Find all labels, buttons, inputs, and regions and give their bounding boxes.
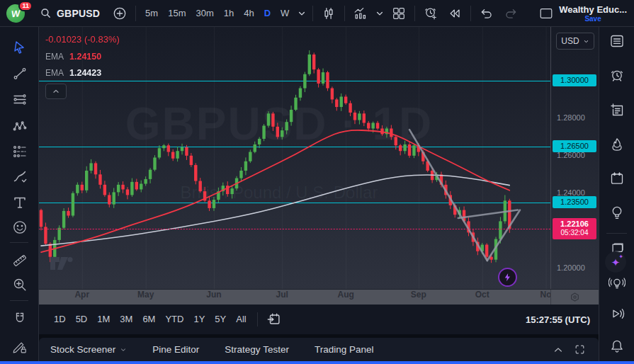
time-axis-labels: AprMayJunJulAugSepOctNo: [39, 290, 550, 305]
indicators-chevron-down-icon[interactable]: [373, 0, 386, 27]
footer-bar: Stock ScreenerPine EditorStrategy Tester…: [39, 338, 599, 361]
brush-tool-icon[interactable]: [10, 167, 30, 187]
footer-tab-label: Pine Editor: [152, 344, 199, 355]
currency-label: USD: [561, 36, 579, 46]
month-label-jun: Jun: [206, 290, 221, 305]
range-1d[interactable]: 1D: [49, 310, 71, 329]
go-to-date-icon[interactable]: [264, 310, 285, 329]
month-label-sep: Sep: [411, 290, 426, 305]
range-ytd[interactable]: YTD: [160, 310, 188, 329]
cursor-tool-icon[interactable]: [10, 38, 30, 57]
interval-1h[interactable]: 1h: [219, 0, 239, 27]
lock-drawings-tool-icon[interactable]: [10, 337, 30, 357]
redo-icon[interactable]: [499, 0, 522, 27]
streams-icon[interactable]: [608, 305, 625, 322]
magnet-tool-icon[interactable]: [10, 309, 30, 329]
range-1m[interactable]: 1M: [92, 310, 115, 329]
level-price-label-1.23500: 1.23500: [553, 196, 596, 208]
price-axis[interactable]: USD 1.280001.260001.240001.200001.300001…: [550, 27, 599, 289]
ideas-notes-icon[interactable]: [608, 102, 625, 119]
trend-line-tool-icon[interactable]: [10, 64, 30, 84]
month-label-may: May: [137, 290, 154, 305]
interval-4h[interactable]: 4h: [239, 0, 259, 27]
level-price-label-1.30000: 1.30000: [553, 74, 596, 86]
price-change: -0.01023 (-0.83%): [45, 31, 120, 48]
clock-utc[interactable]: 15:27:55 (UTC): [526, 314, 591, 325]
footer-tab-pine-editor[interactable]: Pine Editor: [152, 344, 199, 355]
footer-tab-label: Stock Screener: [50, 344, 115, 355]
bolt-widget-badge[interactable]: [498, 268, 517, 287]
fullscreen-icon[interactable]: [569, 339, 590, 360]
drawing-toolbar: [0, 27, 39, 361]
toolbar-divider: [470, 6, 471, 21]
calendar-icon[interactable]: [608, 170, 625, 187]
ruler-tool-icon[interactable]: [10, 251, 30, 271]
interval-w[interactable]: W: [276, 0, 294, 27]
symbol-search-button[interactable]: GBPUSD: [31, 0, 107, 27]
range-6m[interactable]: 6M: [137, 310, 160, 329]
currency-selector[interactable]: USD: [556, 33, 594, 50]
hotlists-icon[interactable]: [608, 136, 625, 153]
month-label-oct: Oct: [475, 290, 489, 305]
month-label-aug: Aug: [337, 290, 353, 305]
axis-settings[interactable]: [550, 290, 599, 305]
ai-assistant-sparkles-icon[interactable]: ✦✦: [605, 251, 626, 273]
zoom-in-tool-icon[interactable]: [10, 275, 30, 295]
undo-icon[interactable]: [475, 0, 498, 27]
interval-30m[interactable]: 30m: [191, 0, 218, 27]
create-alert-icon[interactable]: [419, 0, 442, 27]
live-ideas-icon[interactable]: [608, 275, 625, 292]
interval-5m[interactable]: 5m: [140, 0, 163, 27]
ideas-icon[interactable]: [608, 204, 625, 221]
range-1y[interactable]: 1Y: [188, 310, 210, 329]
range-3m[interactable]: 3M: [115, 310, 137, 329]
ema-fast-row[interactable]: EMA 1.24150: [45, 48, 120, 64]
trading-app: W 11 GBPUSD 5m15m30m1h4hDW Wealthy Educ.…: [0, 0, 634, 364]
footer-tab-strategy-tester[interactable]: Strategy Tester: [225, 344, 289, 355]
watchlist-icon[interactable]: [608, 33, 625, 50]
range-5y[interactable]: 5Y: [210, 310, 231, 329]
layout-name: Wealthy Educ...: [559, 4, 627, 15]
bar-replay-icon[interactable]: [443, 0, 466, 27]
gear-icon[interactable]: [569, 291, 581, 303]
panel-collapse-chevron-up-icon[interactable]: [548, 339, 569, 360]
emoji-tool-icon[interactable]: [10, 217, 30, 237]
xabcd-pattern-tool-icon[interactable]: [10, 116, 30, 136]
layout-name-save[interactable]: Wealthy Educ... Save: [559, 4, 628, 23]
month-label-apr: Apr: [74, 290, 89, 305]
month-label-no: No: [540, 290, 550, 305]
last-price-value: 1.22106: [553, 220, 596, 229]
interval-chevron-down-icon[interactable]: [295, 0, 308, 27]
account-logo[interactable]: W 11: [6, 3, 30, 24]
footer-tab-trading-panel[interactable]: Trading Panel: [315, 344, 374, 355]
ema-slow-value: 1.24423: [69, 68, 101, 78]
legend-collapse-button[interactable]: [45, 84, 67, 99]
toolbar-divider: [10, 242, 28, 243]
compare-add-symbol-icon[interactable]: [108, 0, 131, 27]
horizontal-lines-tool-icon[interactable]: [10, 90, 30, 110]
right-sidebar: ✦✦: [599, 27, 634, 361]
footer-tab-stock-screener[interactable]: Stock Screener: [50, 344, 127, 355]
range-toolbar: 1D5D1M3M6MYTD1Y5YAll 15:27:55 (UTC): [39, 305, 599, 334]
grid-layout-icon[interactable]: [387, 0, 410, 27]
range-all[interactable]: All: [231, 310, 251, 329]
toolbar-divider: [135, 6, 136, 21]
interval-15m[interactable]: 15m: [163, 0, 191, 27]
chart-pane[interactable]: GBPUSD · 1D British Pound / U.S. Dollar …: [39, 27, 550, 289]
forecast-tool-icon[interactable]: [10, 142, 30, 161]
indicators-icon[interactable]: [349, 0, 372, 27]
notifications-icon[interactable]: [608, 338, 625, 355]
interval-d[interactable]: D: [259, 0, 276, 27]
ema-slow-row[interactable]: EMA 1.24423: [45, 64, 120, 81]
ema-fast-label: EMA: [45, 52, 64, 62]
sidebar-divider: [606, 233, 627, 234]
range-5d[interactable]: 5D: [71, 310, 93, 329]
alerts-icon[interactable]: [608, 67, 625, 84]
chart-style-candles-icon[interactable]: [317, 0, 340, 27]
footer-tab-label: Strategy Tester: [225, 344, 289, 355]
time-axis[interactable]: AprMayJunJulAugSepOctNo: [39, 289, 599, 305]
save-button[interactable]: Save: [584, 15, 601, 23]
tradingview-watermark-logo: [49, 255, 76, 272]
text-tool-tool-icon[interactable]: [10, 193, 30, 212]
layout-select-icon[interactable]: [535, 0, 557, 27]
